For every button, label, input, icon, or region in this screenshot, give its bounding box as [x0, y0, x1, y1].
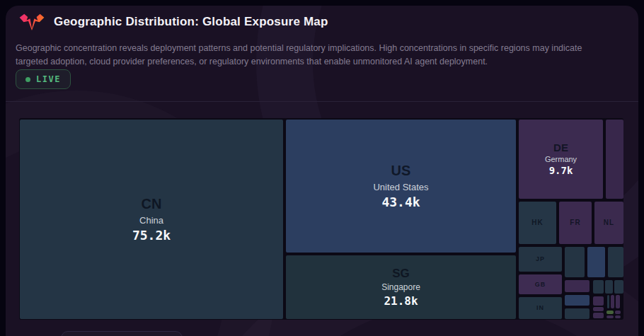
treemap-cell-minor[interactable] — [607, 295, 609, 308]
cell-country-name: United States — [373, 182, 428, 193]
treemap-cell-minor[interactable] — [606, 311, 614, 314]
treemap-cell-gb[interactable]: GB — [519, 274, 562, 294]
cell-value: 9.7k — [549, 165, 573, 177]
page-title: Geographic Distribution: Global Exposure… — [54, 15, 328, 29]
bat-logo-icon — [18, 12, 45, 31]
cell-country-name: Germany — [545, 155, 577, 164]
treemap-cell-minor[interactable] — [565, 247, 585, 277]
treemap-cell-minor[interactable] — [593, 313, 604, 318]
cell-country-code: CN — [142, 196, 162, 212]
header-divider — [6, 101, 638, 102]
treemap-cell-minor[interactable] — [565, 280, 590, 292]
cell-country-code: US — [391, 163, 411, 179]
cell-country-code: NL — [604, 219, 614, 227]
treemap-cell-minor[interactable] — [606, 120, 623, 199]
cell-country-code: IN — [536, 304, 544, 311]
cell-country-name: China — [139, 215, 163, 226]
cell-country-code: DE — [553, 141, 568, 153]
cell-value: 75.2k — [132, 228, 171, 243]
live-label: LIVE — [36, 74, 61, 84]
treemap-cell-minor[interactable] — [615, 315, 621, 318]
treemap-cell-nl[interactable]: NL — [594, 202, 623, 244]
cell-country-name: Singapore — [381, 282, 420, 292]
cell-value: 21.8k — [384, 294, 418, 308]
treemap-cell-minor[interactable] — [614, 280, 623, 294]
bottom-partial-button[interactable] — [61, 331, 183, 336]
live-status-badge: LIVE — [16, 69, 71, 89]
dashboard-card: Geographic Distribution: Global Exposure… — [6, 6, 638, 336]
cell-country-code: GB — [535, 281, 546, 288]
treemap-cell-minor[interactable] — [593, 307, 604, 311]
treemap-cell-minor[interactable] — [605, 280, 613, 294]
treemap-cell-in[interactable]: IN — [519, 297, 562, 319]
treemap-cell-minor[interactable] — [606, 315, 614, 318]
page: { "header": { "title": "Geographic Distr… — [0, 0, 644, 336]
treemap-cell-fr[interactable]: FR — [559, 202, 592, 244]
cell-country-code: FR — [570, 219, 580, 227]
cell-country-code: SG — [392, 267, 410, 281]
treemap-cell-jp[interactable]: JP — [519, 247, 562, 272]
treemap-cell-minor[interactable] — [587, 247, 605, 277]
treemap-cell-minor[interactable] — [611, 295, 614, 308]
treemap-cell-minor[interactable] — [565, 308, 590, 319]
treemap-cell-minor[interactable] — [593, 296, 604, 306]
live-dot-icon — [25, 77, 30, 82]
cell-country-code: HK — [531, 219, 543, 227]
treemap-cell-minor[interactable] — [616, 295, 620, 308]
header: Geographic Distribution: Global Exposure… — [18, 12, 328, 31]
treemap-cell-minor[interactable] — [608, 247, 623, 277]
cell-country-code: JP — [536, 255, 545, 262]
cell-value: 43.4k — [381, 195, 420, 210]
treemap-cell-minor[interactable] — [593, 280, 604, 294]
treemap: CNChina75.2kUSUnited States43.4kSGSingap… — [19, 118, 623, 320]
treemap-cell-us[interactable]: USUnited States43.4k — [286, 120, 516, 253]
treemap-cell-sg[interactable]: SGSingapore21.8k — [286, 255, 516, 319]
treemap-cell-hk[interactable]: HK — [519, 202, 556, 244]
treemap-cell-minor[interactable] — [565, 295, 590, 306]
treemap-cell-de[interactable]: DEGermany9.7k — [519, 120, 603, 199]
treemap-cell-minor[interactable] — [615, 311, 621, 314]
page-description: Geographic concentration reveals deploym… — [16, 42, 616, 69]
treemap-cell-cn[interactable]: CNChina75.2k — [20, 120, 283, 319]
